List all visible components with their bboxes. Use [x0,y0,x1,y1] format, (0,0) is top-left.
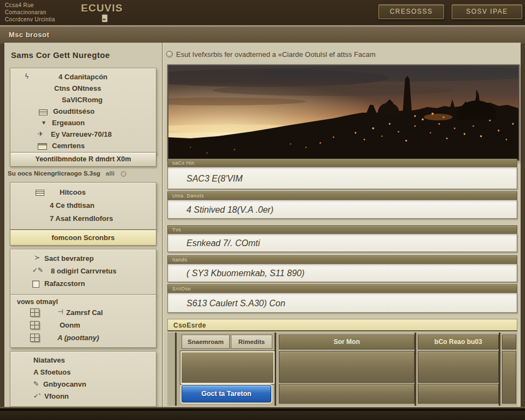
field-label-3: Tvs [167,225,517,234]
status-bar [0,407,525,420]
tree-item[interactable]: ▾ Ergeauon [10,118,156,129]
check-icon: ✓' [33,392,40,400]
tab-1[interactable]: Snaemroam [182,335,230,349]
field-label-5: SAtOse [167,284,517,293]
field-value-2[interactable]: 4 Stinived 18(V.A .0er) [167,200,517,219]
list-item[interactable]: Rafazcstorn [10,278,156,290]
tree-item-label: Ey Varreuev-70/18 [51,130,112,138]
window-menu-text: Ccsa4 Rue Comacinonaran Cocrdcenv Urcint… [5,2,55,23]
grid-icon [30,334,39,342]
list-item-label: Hitcoos [60,188,86,196]
list-item-label: Niatatves [33,356,65,364]
list-item-label: A Sfoetuos [33,368,71,376]
column-divider [175,332,177,406]
column-divider [415,332,416,406]
menu-bar-item[interactable]: Msc brosot [9,31,49,39]
action-bar[interactable]: CsoEsrde [167,319,517,331]
group-item[interactable]: ⊣ Zamrsf Cal [10,307,156,319]
checkbox-icon[interactable] [32,281,39,288]
sidebar-apply-button[interactable]: Yeontilbmndote R dmdrt X0m [10,152,156,167]
titlebar-button-2[interactable]: SOSV IPAE [452,4,522,19]
tree-item-label: SaVICRomg [62,96,102,104]
group-item[interactable]: A (poottany) [10,332,156,345]
list-item[interactable]: 7 Asat Kerndlofors [10,212,156,225]
column-divider [499,332,500,406]
field-value-3[interactable]: Esnkead 7/. COmti [167,234,517,252]
tree-item[interactable]: Goudtitséso [10,106,156,118]
menu-line-3[interactable]: Cocrdcenv Urcintia [5,16,55,23]
radio-icon[interactable] [121,171,126,177]
list-item[interactable]: Hitcoos [10,186,156,199]
field-value-4[interactable]: ( SY3 Kbuomemkab, S11 890) [167,264,517,282]
group-item[interactable]: Oonm [10,319,156,332]
sidebar-list-panel-2: Hitcoos 4 Ce thdtisan 7 Asat Kerndlofors [10,182,156,230]
scroll-box[interactable] [502,335,516,349]
tree-item-label: Ergeauon [52,119,85,127]
app-logo: ECUVIS [81,2,123,14]
list-item-label: 7 Asat Kerndlofors [50,214,113,223]
titlebar-button-1[interactable]: CRESOSSS [378,4,444,19]
group-item-label: Zamrsf Cal [66,308,103,317]
list-item[interactable]: ✓' Vfoonn [10,391,156,403]
menu-line-2[interactable]: Comacinonaran [5,9,55,16]
list-item[interactable]: 4 Ce thdtisan [10,199,156,212]
list-item-label: Gnbyocanvn [43,380,86,388]
column-header-1[interactable]: Sor Mon [279,335,415,349]
sidebar-tree-panel: ϟ 4 Cdanitapcón Ctns ONtness SaVICRomg G… [10,68,156,155]
card-icon [38,143,47,150]
list-item[interactable]: ✓✎ 8 odigirl Carrvretus [10,265,156,278]
sidebar-list-panel-5: Niatatves A Sfoetuos ✎ Gnbyocanvn ✓' Vfo… [10,351,156,407]
scroll-box[interactable] [502,351,516,404]
sidebar-highlight-button[interactable]: fomcoon Scronbrs [10,230,156,246]
list-item[interactable]: ✎ Gnbyocanvn [10,379,156,391]
main-panel-header: Esut Ivefxsrbis fer ovadterned a «Ciarde… [166,50,376,60]
sidebar-title: Sams Cor Gett Nuregtoe [11,50,110,60]
dash-icon: ⊣ [57,308,63,316]
preview-box[interactable] [180,351,275,384]
pen-icon: ✎ [33,380,39,388]
section-label-text: Su oocs Nicengrlicraogo S.3sg [8,170,100,177]
lightning-icon: ϟ [25,73,29,80]
tab-2[interactable]: Rimedits [231,335,272,349]
tree-item[interactable]: ✈ Ey Varreuev-70/18 [10,129,156,141]
chevron-down-icon: ▾ [42,119,45,126]
panel-box[interactable] [279,384,415,404]
content-area: Sams Cor Gett Nuregtoe ϟ 4 Cdanitapcón C… [4,43,521,407]
group-item-label: A (poottany) [57,334,99,342]
check-icon: ✓✎ [32,266,43,274]
sidebar-divider [162,43,163,407]
primary-action-button[interactable]: Goct ta Tareton [182,385,271,402]
field-value-5[interactable]: S613 Caulert S.A30) Con [167,293,517,313]
sidebar-section-label: Su oocs Nicengrlicraogo S.3sgalli [8,170,126,177]
field-label-2: Uma. Danots [167,191,517,200]
sidebar-group-panel: vows otmayl ⊣ Zamrsf Cal Oonm A (poottan… [10,294,156,348]
title-bar: Ccsa4 Rue Comacinonaran Cocrdcenv Urcint… [0,0,525,25]
field-value-1[interactable]: SAC3 E(8'VIM [167,167,517,189]
panel-box[interactable] [418,351,499,383]
list-item[interactable]: ≻ Sact bevratrep [10,253,156,265]
tree-item[interactable]: Cemrtens [10,141,156,152]
grid-icon [30,308,39,317]
list-item[interactable]: Niatatves [10,355,156,367]
list-icon [39,109,48,115]
list-item-label: Vfoonn [44,392,69,400]
sidebar-list-panel-3: ≻ Sact bevratrep ✓✎ 8 odigirl Carrvretus… [10,249,156,295]
list-item-label: 8 odigirl Carrvretus [51,267,116,275]
field-label-4: Itands [167,255,517,264]
cityscape-image [167,65,520,161]
field-label-1: saCs Hin [167,159,517,167]
menu-line-1[interactable]: Ccsa4 Rue [5,2,55,9]
panel-box[interactable] [418,384,499,404]
panel-box[interactable] [279,351,415,383]
cursor-icon [102,14,108,22]
tree-item[interactable]: SaVICRomg [10,95,156,106]
grid-icon [30,321,39,329]
tree-item[interactable]: ϟ 4 Cdanitapcón [10,72,156,83]
tree-item[interactable]: Ctns ONtness [10,83,156,95]
list-item[interactable]: A Sfoetuos [10,367,156,379]
tree-item-label: Goudtitséso [53,107,95,115]
list-icon [36,190,44,196]
list-item-label: Rafazcstorn [44,279,85,288]
chevron-right-icon: ≻ [34,254,40,261]
column-header-2[interactable]: bCo Reao bu03 [418,335,499,349]
